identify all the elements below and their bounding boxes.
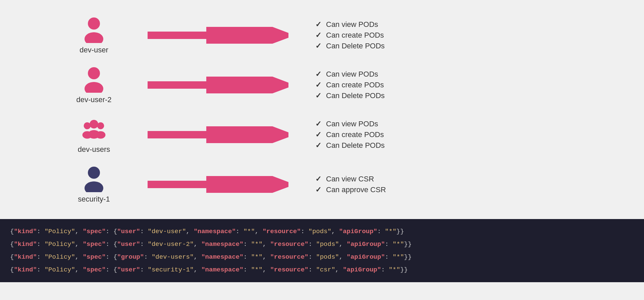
user-icon-dev-user — [80, 16, 107, 43]
svg-point-10 — [97, 122, 104, 129]
code-line-4: {"kind": "Policy", "spec": {"user": "sec… — [10, 263, 634, 276]
permission-item: ✓ Can view PODs — [315, 120, 423, 128]
svg-point-12 — [90, 120, 98, 129]
row-dev-user-2: dev-user-2 ✓ Can view PODs — [67, 63, 423, 107]
permission-item: ✓ Can create PODs — [315, 81, 423, 89]
arrow-security-1 — [148, 176, 288, 193]
arrow-dev-users — [148, 126, 288, 143]
user-figure-dev-user: dev-user — [67, 16, 121, 54]
arrow-svg-security-1 — [148, 176, 288, 193]
user-figure-security-1: security-1 — [67, 165, 121, 204]
permission-item: ✓ Can Delete PODs — [315, 91, 423, 100]
row-dev-users: dev-users ✓ Can view PODs — [67, 113, 423, 157]
permissions-security-1: ✓ Can view CSR ✓ Can approve CSR — [315, 175, 423, 194]
permissions-dev-user: ✓ Can view PODs ✓ Can create PODs ✓ Can … — [315, 20, 423, 50]
arrow-dev-user — [148, 27, 288, 44]
user-label-dev-users: dev-users — [78, 145, 110, 154]
user-figure-dev-user-2: dev-user-2 — [67, 66, 121, 104]
code-panel: {"kind": "Policy", "spec": {"user": "dev… — [0, 219, 644, 282]
diagram-container: dev-user ✓ Can view PODs — [0, 13, 644, 212]
code-line-3: {"kind": "Policy", "spec": {"group": "de… — [10, 251, 634, 263]
svg-point-16 — [88, 167, 100, 179]
svg-point-0 — [88, 17, 100, 30]
permission-item: ✓ Can view PODs — [315, 70, 423, 79]
code-line-2: {"kind": "Policy", "spec": {"user": "dev… — [10, 238, 634, 251]
user-label-dev-user-2: dev-user-2 — [76, 95, 111, 104]
row-security-1: security-1 ✓ Can view CSR — [67, 163, 423, 206]
arrow-svg-dev-users — [148, 126, 288, 143]
svg-point-8 — [84, 122, 91, 129]
user-label-dev-user: dev-user — [79, 46, 108, 54]
permission-item: ✓ Can view PODs — [315, 20, 423, 29]
permission-item: ✓ Can approve CSR — [315, 185, 423, 194]
permission-item: ✓ Can view CSR — [315, 175, 423, 183]
permission-item: ✓ Can create PODs — [315, 130, 423, 139]
code-line-1: {"kind": "Policy", "spec": {"user": "dev… — [10, 225, 634, 238]
user-group-icon-dev-users — [80, 116, 107, 142]
permissions-dev-user-2: ✓ Can view PODs ✓ Can create PODs ✓ Can … — [315, 70, 423, 100]
user-icon-dev-user-2 — [80, 66, 107, 93]
user-label-security-1: security-1 — [78, 195, 110, 204]
svg-point-5 — [85, 82, 103, 93]
arrow-dev-user-2 — [148, 77, 288, 93]
row-dev-user: dev-user ✓ Can view PODs — [67, 13, 423, 57]
permission-item: ✓ Can create PODs — [315, 31, 423, 40]
svg-point-4 — [88, 67, 100, 79]
svg-point-1 — [85, 32, 103, 43]
svg-point-17 — [85, 181, 103, 192]
user-icon-security-1 — [80, 165, 107, 192]
permission-item: ✓ Can Delete PODs — [315, 42, 423, 50]
main-diagram-area: dev-user ✓ Can view PODs — [0, 0, 644, 219]
arrow-svg-dev-user-2 — [148, 77, 288, 93]
user-figure-dev-users: dev-users — [67, 116, 121, 154]
permission-item: ✓ Can Delete PODs — [315, 141, 423, 150]
svg-point-13 — [88, 130, 100, 139]
permissions-dev-users: ✓ Can view PODs ✓ Can create PODs ✓ Can … — [315, 120, 423, 150]
arrow-svg-dev-user — [148, 27, 288, 44]
